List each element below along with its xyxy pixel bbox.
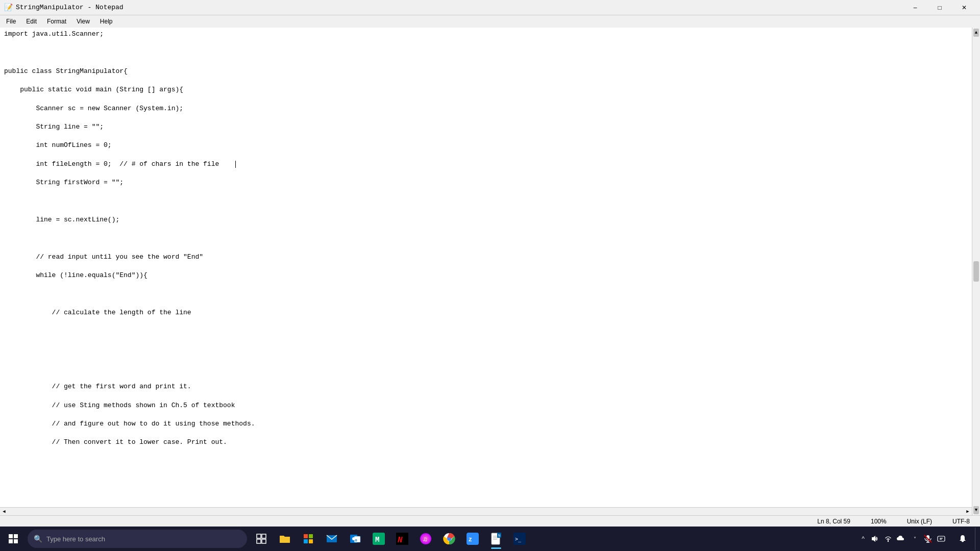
title-bar-left: 📝 StringManipulator - Notepad: [4, 3, 124, 12]
editor-line: line = sc.nextLine();: [4, 215, 970, 224]
svg-text:N: N: [498, 534, 500, 538]
svg-rect-13: [350, 535, 357, 543]
taskbar-zoom[interactable]: Z: [461, 528, 484, 550]
editor-line: [4, 234, 970, 243]
editor-line: [4, 327, 970, 336]
menu-view[interactable]: View: [72, 17, 94, 26]
svg-rect-5: [262, 534, 266, 538]
tray-unknown-icon[interactable]: [936, 534, 946, 544]
editor-line: String firstWord = "";: [4, 178, 970, 187]
tray-network-icon[interactable]: [883, 534, 893, 544]
taskbar-netflix[interactable]: N: [391, 528, 413, 550]
status-bar: Ln 8, Col 59 100% Unix (LF) UTF-8: [0, 515, 980, 527]
menu-file[interactable]: File: [2, 17, 20, 26]
tray-mic-muted-icon[interactable]: [923, 534, 933, 544]
taskbar-m-app[interactable]: M: [368, 528, 390, 550]
editor-line: [4, 48, 970, 57]
svg-rect-27: [492, 533, 500, 544]
editor-container: import java.util.Scanner; public class S…: [0, 28, 980, 515]
svg-rect-4: [257, 534, 261, 538]
editor-line: int fileLength = 0; // # of chars in the…: [4, 160, 970, 169]
menu-edit[interactable]: Edit: [22, 17, 41, 26]
editor-line: // and figure out how to do it using tho…: [4, 419, 970, 429]
outlook-icon: o: [349, 533, 361, 545]
taskbar-outlook[interactable]: o: [344, 528, 366, 550]
encoding: UTF-8: [948, 518, 974, 525]
search-bar[interactable]: 🔍: [28, 530, 247, 548]
svg-rect-0: [9, 534, 13, 538]
show-hidden-icons-button[interactable]: ^: [860, 533, 867, 544]
hscroll-right-button[interactable]: ▶: [964, 508, 972, 516]
app-icon: 📝: [4, 3, 13, 12]
taskbar-itunes[interactable]: ♫: [414, 528, 437, 550]
taskbar-store[interactable]: [297, 528, 320, 550]
editor-line: import java.util.Scanner;: [4, 30, 970, 39]
svg-text:o: o: [355, 538, 357, 542]
horizontal-scrollbar[interactable]: ◀ ▶: [0, 507, 972, 515]
editor-line: [4, 457, 970, 466]
terminal-icon: >_: [513, 533, 526, 545]
start-button[interactable]: [2, 528, 24, 550]
search-icon: 🔍: [34, 535, 42, 543]
cursor-position: Ln 8, Col 59: [813, 518, 854, 525]
svg-rect-1: [14, 534, 18, 538]
editor-line: // Then convert it to lower case. Print …: [4, 438, 970, 447]
taskbar-mail[interactable]: [321, 528, 343, 550]
notification-button[interactable]: [951, 528, 974, 550]
notification-icon: [958, 534, 967, 543]
svg-rect-14: [354, 536, 360, 542]
zoom-icon: Z: [467, 533, 479, 545]
svg-rect-31: [497, 533, 501, 538]
chrome-icon: [443, 533, 455, 545]
editor-line: [4, 493, 970, 503]
taskbar-notepad-active[interactable]: N: [485, 528, 507, 550]
menu-bar: File Edit Format View Help: [0, 15, 980, 28]
editor-line: [4, 364, 970, 373]
file-explorer-icon: [279, 533, 291, 545]
maximize-button[interactable]: □: [928, 0, 951, 15]
taskbar-task-view[interactable]: [250, 528, 273, 550]
taskbar-terminal[interactable]: >_: [508, 528, 531, 550]
svg-rect-33: [513, 533, 526, 545]
tray-cloud-icon[interactable]: [896, 534, 906, 544]
editor-line: [4, 196, 970, 206]
taskbar-chrome[interactable]: [438, 528, 460, 550]
menu-format[interactable]: Format: [43, 17, 70, 26]
windows-icon: [9, 534, 18, 543]
mail-icon: [326, 533, 338, 545]
svg-rect-11: [309, 539, 313, 543]
editor-line: [4, 345, 970, 354]
menu-help[interactable]: Help: [96, 17, 117, 26]
notepad-taskbar-icon: N: [490, 533, 502, 545]
svg-point-35: [888, 541, 889, 542]
close-button[interactable]: ✕: [952, 0, 976, 15]
zoom-level: 100%: [867, 518, 891, 525]
vertical-scrollbar[interactable]: ▲ ▼: [972, 28, 980, 515]
svg-rect-40: [938, 536, 945, 541]
svg-point-23: [444, 533, 455, 544]
store-icon: [302, 533, 314, 545]
svg-rect-7: [262, 539, 266, 543]
minimize-button[interactable]: –: [903, 0, 927, 15]
svg-point-16: [352, 537, 355, 540]
itunes-icon: ♫: [420, 533, 432, 545]
window-title: StringManipulator - Notepad: [16, 4, 124, 11]
hscroll-left-button[interactable]: ◀: [0, 508, 8, 516]
editor-content[interactable]: import java.util.Scanner; public class S…: [0, 28, 980, 515]
task-view-icon: [256, 534, 266, 544]
system-tray: ^ ˅: [855, 533, 950, 544]
netflix-icon: N: [396, 533, 408, 545]
svg-rect-2: [9, 539, 13, 543]
taskbar-file-explorer[interactable]: [274, 528, 296, 550]
tray-speaker-icon[interactable]: [870, 534, 880, 544]
line-ending: Unix (LF): [903, 518, 936, 525]
svg-rect-9: [309, 534, 313, 538]
editor-line: // use Sting methods shown in Ch.5 of te…: [4, 401, 970, 410]
svg-rect-6: [257, 539, 261, 543]
editor-line: public static void main (String [] args)…: [4, 85, 970, 94]
svg-rect-25: [467, 533, 479, 545]
show-desktop-button[interactable]: [975, 528, 978, 550]
m-app-icon: M: [373, 533, 385, 545]
tray-chevron-down-icon[interactable]: ˅: [910, 534, 920, 544]
search-input[interactable]: [46, 535, 241, 543]
